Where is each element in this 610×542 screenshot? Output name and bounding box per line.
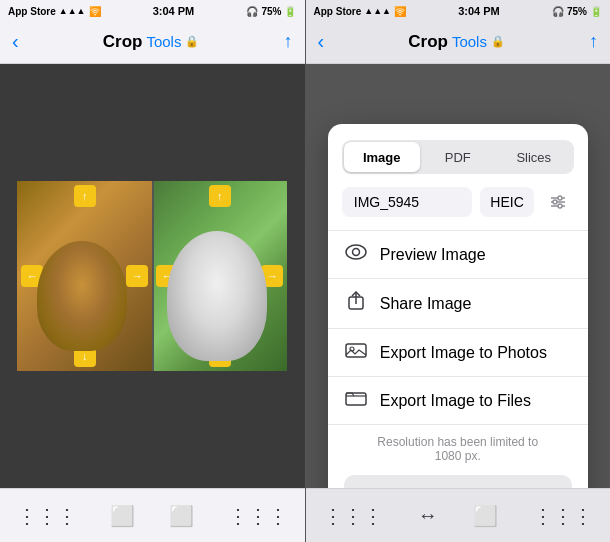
photos-icon [344,341,368,364]
segment-pdf[interactable]: PDF [420,142,496,172]
preview-image-item[interactable]: Preview Image [328,230,588,278]
right-time: 3:04 PM [458,5,500,17]
export-files-item[interactable]: Export Image to Files [328,376,588,424]
sliders-icon [549,193,567,211]
preview-eye-icon [345,243,367,261]
right-status-bar: App Store ▲▲▲ 🛜 3:04 PM 🎧 75% 🔋 [306,0,611,20]
battery-text: 75% [261,6,281,17]
sliders-icon[interactable]: ⋮⋮⋮ [220,496,296,536]
wifi-icon: 🛜 [89,6,101,17]
battery-icon: 🔋 [284,6,296,17]
right-signal-icon: ▲▲▲ [364,6,391,16]
right-panel: App Store ▲▲▲ 🛜 3:04 PM 🎧 75% 🔋 ‹ Crop T… [306,0,611,542]
signal-icon: ▲▲▲ [59,6,86,16]
export-photos-icon [345,341,367,359]
crop-arrow-down-right[interactable]: ↓ [209,345,231,367]
left-right-status: 🎧 75% 🔋 [246,6,296,17]
settings-button[interactable] [542,186,574,218]
crop-arrow-up-left[interactable]: ↑ [74,185,96,207]
resolution-note: Resolution has been limited to1080 px. [328,424,588,467]
dog-image-left: ↑ ← → ↓ [17,181,152,371]
crop-arrow-left-right[interactable]: ← [156,265,178,287]
tools-label: Tools [146,33,181,50]
left-status-bar: App Store ▲▲▲ 🛜 3:04 PM 🎧 75% 🔋 [0,0,305,20]
filename-row: IMG_5945 HEIC [342,186,574,218]
svg-point-6 [346,245,366,259]
right-right-status: 🎧 75% 🔋 [552,6,602,17]
format-field[interactable]: HEIC [480,187,533,217]
right-crop-icon[interactable]: ↔ [410,496,446,535]
files-icon [344,389,368,412]
export-files-label: Export Image to Files [380,392,531,410]
left-page-title: Crop [103,32,143,52]
segment-image[interactable]: Image [344,142,420,172]
eye-icon [344,243,368,266]
crop-arrow-right-right[interactable]: → [261,265,283,287]
left-canvas: ↑ ← → ↓ ↑ ← → ↓ [0,64,305,488]
dog-images: ↑ ← → ↓ ↑ ← → ↓ [17,181,287,371]
right-share-button[interactable]: ↑ [589,31,598,52]
left-time: 3:04 PM [153,5,195,17]
export-modal: Image PDF Slices IMG_5945 HEIC [328,124,588,488]
remove-limitation-button[interactable]: Remove Limitation [344,475,572,488]
right-bottom-toolbar: ⋮⋮⋮ ↔ ⬜ ⋮⋮⋮ [306,488,611,542]
filename-field[interactable]: IMG_5945 [342,187,473,217]
share-icon [344,291,368,316]
segment-slices[interactable]: Slices [496,142,572,172]
svg-point-7 [352,249,359,256]
export-photos-label: Export Image to Photos [380,344,547,362]
crop-arrow-right-left[interactable]: → [126,265,148,287]
right-tools-button[interactable]: Tools 🔒 [452,33,505,50]
right-lock-icon: 🔒 [491,35,505,48]
right-tools-label: Tools [452,33,487,50]
right-sliders-icon[interactable]: ⋮⋮⋮ [525,496,601,536]
left-bottom-toolbar: ⋮⋮⋮ ⬜ ⬜ ⋮⋮⋮ [0,488,305,542]
export-files-icon [345,389,367,407]
headphone-icon: 🎧 [246,6,258,17]
carrier-text: App Store [8,6,56,17]
left-header: ‹ Crop Tools 🔒 ↑ [0,20,305,64]
right-battery-text: 75% [567,6,587,17]
right-header: ‹ Crop Tools 🔒 ↑ [306,20,611,64]
right-crop-active-icon[interactable]: ⬜ [465,496,506,536]
svg-point-5 [558,204,562,208]
share-image-label: Share Image [380,295,472,313]
adjust-icon[interactable]: ⋮⋮⋮ [9,496,85,536]
left-share-button[interactable]: ↑ [284,31,293,52]
crop-arrow-down-left[interactable]: ↓ [74,345,96,367]
share-box-icon [347,291,365,311]
export-photos-item[interactable]: Export Image to Photos [328,328,588,376]
crop-arrow-left-left[interactable]: ← [21,265,43,287]
dog-image-right: ↑ ← → ↓ [152,181,287,371]
share-image-item[interactable]: Share Image [328,278,588,328]
right-back-button[interactable]: ‹ [318,30,325,53]
resolution-text: Resolution has been limited to1080 px. [377,435,538,463]
image-divider [152,181,154,371]
svg-rect-10 [346,344,366,357]
lock-icon: 🔒 [185,35,199,48]
format-segment-control: Image PDF Slices [342,140,574,174]
crop-active-icon[interactable]: ⬜ [161,496,202,536]
left-tools-button[interactable]: Tools 🔒 [146,33,199,50]
crop-arrow-up-right[interactable]: ↑ [209,185,231,207]
right-carrier: App Store ▲▲▲ 🛜 [314,6,407,17]
right-page-title: Crop [408,32,448,52]
right-headphone-icon: 🎧 [552,6,564,17]
right-wifi-icon: 🛜 [394,6,406,17]
right-battery-icon: 🔋 [590,6,602,17]
back-button[interactable]: ‹ [12,30,19,53]
svg-point-3 [558,196,562,200]
right-canvas: Image PDF Slices IMG_5945 HEIC [306,64,611,488]
svg-rect-12 [346,393,366,405]
left-carrier: App Store ▲▲▲ 🛜 [8,6,101,17]
crop-tool-icon[interactable]: ⬜ [102,496,143,536]
svg-point-4 [553,200,557,204]
right-carrier-text: App Store [314,6,362,17]
left-panel: App Store ▲▲▲ 🛜 3:04 PM 🎧 75% 🔋 ‹ Crop T… [0,0,305,542]
right-adjust-icon[interactable]: ⋮⋮⋮ [315,496,391,536]
preview-image-label: Preview Image [380,246,486,264]
